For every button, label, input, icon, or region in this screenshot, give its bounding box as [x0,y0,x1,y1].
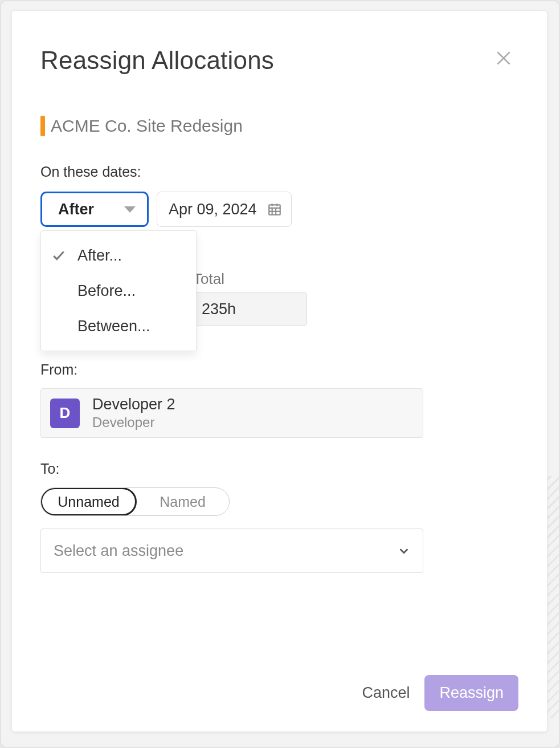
dropdown-option-label: After... [77,247,122,265]
dropdown-option-before[interactable]: Before... [41,273,196,308]
toggle-label: Named [160,494,206,510]
caret-down-icon [124,206,136,213]
dropdown-option-label: Before... [77,282,136,300]
dropdown-option-between[interactable]: Between... [41,308,196,344]
to-label: To: [40,461,518,477]
user-role: Developer [92,414,175,430]
avatar: D [50,399,80,428]
user-name: Developer 2 [92,396,175,413]
assignee-placeholder: Select an assignee [54,542,183,560]
reassign-allocations-modal: Reassign Allocations ACME Co. Site Redes… [11,10,547,732]
avatar-initial: D [60,404,71,422]
project-row: ACME Co. Site Redesign [40,116,518,136]
from-label: From: [40,361,518,378]
from-section: From: D Developer 2 Developer [40,361,518,438]
from-user-card[interactable]: D Developer 2 Developer [40,388,423,438]
chevron-down-icon [398,544,410,557]
date-range-selected-label: After [58,201,94,218]
date-value: Apr 09, 2024 [169,201,257,218]
total-value: 235h [202,300,236,318]
to-type-toggle: Unnamed Named [40,487,230,516]
date-range-dropdown: After... Before... Between... [40,230,197,351]
project-accent-bar [40,116,45,136]
modal-footer: Cancel Reassign [362,675,518,711]
project-name: ACME Co. Site Redesign [51,116,243,136]
user-meta: Developer 2 Developer [92,396,175,430]
close-icon [494,49,513,69]
assignee-select[interactable]: Select an assignee [40,529,423,573]
total-label: Total [193,270,224,288]
date-controls: After Apr 09, 2024 After... Before... Be… [40,192,518,227]
toggle-named[interactable]: Named [136,488,229,515]
modal-title: Reassign Allocations [40,46,518,75]
cancel-button[interactable]: Cancel [362,684,410,702]
toggle-label: Unnamed [58,494,119,510]
total-value-box: 235h [193,292,307,326]
to-section: To: Unnamed Named Select an assignee [40,461,518,573]
dates-label: On these dates: [40,164,518,180]
calendar-icon [267,202,282,217]
toggle-unnamed[interactable]: Unnamed [40,487,137,516]
date-range-select[interactable]: After [40,192,149,227]
svg-rect-2 [269,205,280,214]
close-button[interactable] [493,48,514,69]
dropdown-option-label: Between... [77,318,150,335]
check-icon [51,248,77,263]
date-picker[interactable]: Apr 09, 2024 [157,192,292,227]
reassign-button[interactable]: Reassign [424,675,518,711]
dropdown-option-after[interactable]: After... [41,238,196,273]
